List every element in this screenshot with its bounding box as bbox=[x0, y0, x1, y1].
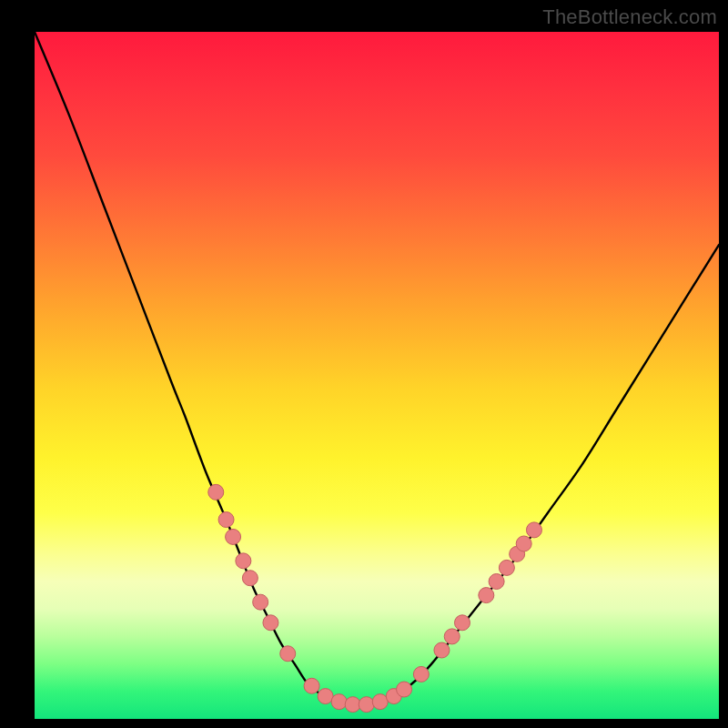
bottleneck-curve-path bbox=[35, 32, 719, 705]
highlight-dot bbox=[516, 536, 531, 551]
highlight-dot bbox=[242, 571, 258, 586]
highlight-dot bbox=[208, 484, 224, 500]
plot-area bbox=[35, 32, 719, 719]
highlight-dot bbox=[397, 682, 412, 697]
highlight-dot bbox=[226, 529, 241, 544]
highlight-dot bbox=[413, 666, 429, 682]
highlight-dot bbox=[253, 594, 268, 610]
chart-frame: TheBottleneck.com bbox=[0, 0, 728, 728]
highlight-dot bbox=[434, 642, 450, 658]
highlight-dot bbox=[345, 697, 360, 713]
highlight-dot bbox=[331, 694, 347, 710]
highlight-dot bbox=[359, 697, 374, 713]
highlight-dot bbox=[218, 512, 234, 528]
highlight-dot bbox=[526, 522, 541, 538]
highlight-dot bbox=[263, 615, 278, 631]
bottleneck-curve-svg bbox=[35, 32, 719, 719]
watermark-text: TheBottleneck.com bbox=[542, 5, 717, 29]
highlight-dot bbox=[444, 629, 460, 644]
highlight-dot bbox=[499, 560, 514, 575]
highlight-dot bbox=[236, 553, 251, 569]
highlight-dot bbox=[455, 615, 470, 631]
highlight-dot bbox=[479, 588, 494, 603]
highlight-dot bbox=[318, 689, 333, 704]
highlight-dot bbox=[280, 646, 296, 662]
highlight-dot bbox=[372, 694, 388, 710]
highlight-dots-group bbox=[208, 484, 542, 712]
highlight-dot bbox=[489, 574, 504, 590]
highlight-dot bbox=[304, 678, 319, 693]
